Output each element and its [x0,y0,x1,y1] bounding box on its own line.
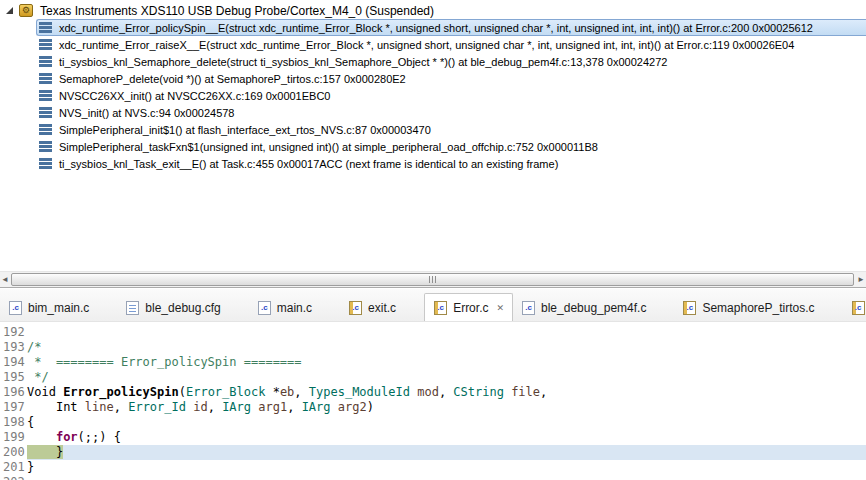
code-token: ( [179,385,186,399]
c-file-icon: .c [258,301,271,315]
debug-session-row[interactable]: ⚙ Texas Instruments XDS110 USB Debug Pro… [4,2,434,19]
current-execution-line: } [27,445,866,460]
c-file-icon: .c [522,301,535,315]
editor-tab[interactable]: .cNVSCC26XX [843,295,866,321]
line-number[interactable]: 197 [0,400,27,415]
stack-frame[interactable]: ti_sysbios_knl_Task_exit__E() at Task.c:… [36,155,866,172]
line-number[interactable]: 193 [0,340,27,355]
stack-frame-label: ti_sysbios_knl_Task_exit__E() at Task.c:… [59,158,558,170]
stack-frame[interactable]: SimplePeripheral_init$1() at flash_inter… [36,121,866,138]
stack-frame-icon [39,90,52,101]
code-line[interactable]: 197 Int line, Error_Id id, IArg arg1, IA… [0,400,866,415]
code-token: file [511,385,540,399]
code-token: Types_ModuleId [309,385,410,399]
code-token [78,400,85,414]
editor-tab-label: ble_debug_pem4f.c [541,301,646,315]
code-token: , [540,385,547,399]
stack-frame[interactable]: NVS_init() at NVS.c:94 0x00024578 [36,104,866,121]
code-line[interactable]: 200 } [0,445,866,460]
editor-tab[interactable]: .cexit.c [340,295,424,321]
stack-frame[interactable]: xdc_runtime_Error_raiseX__E(struct xdc_r… [36,36,866,53]
code-token: Error_Block [186,385,265,399]
code-token: (;;) { [78,430,121,444]
line-number[interactable]: 192 [0,325,27,340]
stack-frame-label: xdc_runtime_Error_policySpin__E(struct x… [59,22,813,34]
line-number[interactable]: 202 [0,475,27,480]
editor-tab[interactable]: .cmain.c [249,295,340,321]
code-editor[interactable]: 192193/*194 * ======== Error_policySpin … [0,322,866,480]
stack-frame-icon [39,158,52,169]
debug-pane-hscrollbar[interactable]: ◄ ► [0,271,866,288]
stack-frame[interactable]: xdc_runtime_Error_policySpin__E(struct x… [36,19,866,36]
code-line[interactable]: 193/* [0,340,866,355]
scrollbar-thumb[interactable] [11,273,854,286]
editor-area: .cbim_main.cble_debug.cfg.cmain.c.cexit.… [0,289,866,480]
editor-tab[interactable]: ble_debug.cfg [117,295,248,321]
line-number[interactable]: 200 [0,445,27,460]
scroll-left-icon[interactable]: ◄ [0,273,10,286]
code-line[interactable]: 195 */ [0,370,866,385]
code-token: Error_policySpin [63,385,179,399]
code-line[interactable]: 194 * ======== Error_policySpin ======== [0,355,866,370]
code-line-text: Void Error_policySpin(Error_Block *eb, T… [27,385,866,400]
code-token: */ [27,370,49,384]
stack-frame-label: NVSCC26XX_init() at NVSCC26XX.c:169 0x00… [59,90,330,102]
stack-frame[interactable]: NVSCC26XX_init() at NVSCC26XX.c:169 0x00… [36,87,866,104]
line-number[interactable]: 201 [0,460,27,475]
editor-tab[interactable]: .cble_debug_pem4f.c [513,295,674,321]
line-number[interactable]: 198 [0,415,27,430]
stack-frame-icon [39,22,52,33]
code-token: Error_Id [128,400,186,414]
editor-tab[interactable]: .cbim_main.c [0,295,117,321]
stack-frame-label: SimplePeripheral_taskFxn$1(unsigned int,… [59,141,598,153]
stack-frame[interactable]: SimplePeripheral_taskFxn$1(unsigned int,… [36,138,866,155]
line-number[interactable]: 194 [0,355,27,370]
code-token: for [56,430,78,444]
code-token: CString [453,385,504,399]
editor-tab[interactable]: .cSemaphoreP_tirtos.c [674,295,842,321]
code-line-text: for(;;) { [27,430,866,445]
code-token: { [27,415,34,429]
editor-tabbar: .cbim_main.cble_debug.cfg.cmain.c.cexit.… [0,289,866,322]
code-line[interactable]: 196Void Error_policySpin(Error_Block *eb… [0,385,866,400]
stack-frame[interactable]: ti_sysbios_knl_Semaphore_delete(struct t… [36,53,866,70]
code-token: , [114,400,128,414]
code-line[interactable]: 198{ [0,415,866,430]
editor-tab-label: ble_debug.cfg [145,301,220,315]
code-line-text: Int line, Error_Id id, IArg arg1, IArg a… [27,400,866,415]
stack-frame-icon [39,141,52,152]
debug-call-stack-pane: ⚙ Texas Instruments XDS110 USB Debug Pro… [0,0,866,271]
editor-tab-label: bim_main.c [28,301,89,315]
code-line-text [27,325,866,340]
code-line[interactable]: 199 for(;;) { [0,430,866,445]
stack-frame-label: xdc_runtime_Error_raiseX__E(struct xdc_r… [59,39,794,51]
stack-frame[interactable]: SemaphoreP_delete(void *)() at Semaphore… [36,70,866,87]
code-token: * ======== Error_policySpin ======== [27,355,302,369]
line-number[interactable]: 195 [0,370,27,385]
debug-session-title: Texas Instruments XDS110 USB Debug Probe… [40,4,434,18]
code-line[interactable]: 192 [0,325,866,340]
code-token: IArg [302,400,331,414]
code-token: , [208,400,222,414]
editor-tab-label: main.c [277,301,312,315]
close-icon[interactable]: ✕ [496,303,504,313]
stack-frame-label: ti_sysbios_knl_Semaphore_delete(struct t… [59,56,667,68]
code-token: } [27,460,34,474]
line-number[interactable]: 199 [0,430,27,445]
code-line-text [27,475,866,480]
cfg-file-icon [126,301,139,315]
editor-tab-label: exit.c [368,301,396,315]
stack-frame-icon [39,107,52,118]
scroll-right-icon[interactable]: ► [856,273,866,286]
c-file-icon: .c [9,301,22,315]
tree-expand-icon[interactable] [6,7,13,14]
code-token: , [439,385,453,399]
c-file-yellow-icon: .c [349,301,362,315]
code-line[interactable]: 202 [0,475,866,480]
line-number[interactable]: 196 [0,385,27,400]
stack-frame-label: SimplePeripheral_init$1() at flash_inter… [59,124,431,136]
editor-tab[interactable]: .cError.c✕ [424,293,513,322]
editor-tab-label: SemaphoreP_tirtos.c [702,301,814,315]
code-line[interactable]: 201} [0,460,866,475]
code-line-text: * ======== Error_policySpin ======== [27,355,866,370]
